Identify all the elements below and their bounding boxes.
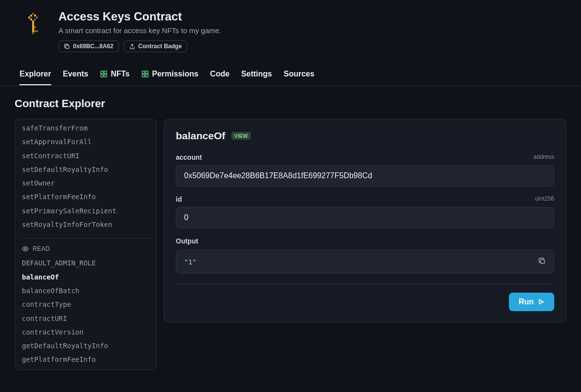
- sidebar-item-contractType[interactable]: contractType: [22, 298, 152, 311]
- svg-rect-10: [32, 26, 34, 28]
- svg-rect-3: [28, 17, 30, 19]
- function-header: balanceOf VIEW: [176, 130, 554, 142]
- sidebar-item-safeTransferFrom[interactable]: safeTransferFrom: [22, 121, 152, 135]
- page-title: Contract Explorer: [0, 86, 581, 119]
- header-badges: 0x69BC...8A62 Contract Badge: [58, 40, 221, 52]
- tab-explorer[interactable]: Explorer: [19, 64, 51, 85]
- field-label: account: [176, 153, 202, 161]
- svg-rect-4: [36, 17, 38, 19]
- svg-rect-18: [104, 71, 107, 74]
- svg-rect-15: [32, 32, 34, 34]
- sidebar-item-setDefaultRoyaltyInfo[interactable]: setDefaultRoyaltyInfo: [22, 163, 152, 176]
- tab-label: Permissions: [152, 70, 198, 78]
- tab-label: Events: [63, 70, 88, 78]
- svg-rect-21: [142, 71, 145, 74]
- output-label: Output: [176, 237, 554, 245]
- svg-point-25: [24, 248, 26, 250]
- tab-events[interactable]: Events: [63, 64, 88, 85]
- tab-label: Code: [210, 70, 229, 78]
- svg-rect-6: [34, 19, 36, 20]
- sidebar-item-contractURI[interactable]: contractURI: [22, 312, 152, 325]
- sidebar-item-contractVersion[interactable]: contractVersion: [22, 325, 152, 339]
- svg-rect-20: [104, 75, 107, 77]
- contract-title: Access Keys Contract: [58, 10, 221, 23]
- tab-code[interactable]: Code: [210, 64, 229, 85]
- svg-rect-5: [30, 19, 32, 20]
- function-sidebar[interactable]: safeTransferFromsetApprovalForAllsetCont…: [15, 119, 157, 370]
- tab-label: NFTs: [111, 70, 130, 78]
- svg-rect-7: [32, 20, 34, 22]
- svg-rect-12: [32, 28, 34, 30]
- sidebar-read-section: READ: [22, 245, 152, 256]
- svg-rect-11: [34, 26, 36, 28]
- sidebar-item-DEFAULT_ADMIN_ROLE[interactable]: DEFAULT_ADMIN_ROLE: [22, 256, 152, 270]
- output-value: "1": [184, 258, 196, 266]
- copy-icon: [538, 257, 546, 265]
- grid-icon: [141, 70, 149, 78]
- sidebar-item-balanceOf[interactable]: balanceOf: [22, 270, 152, 284]
- svg-rect-2: [34, 15, 36, 17]
- field-type: address: [533, 153, 554, 161]
- svg-rect-14: [34, 30, 38, 32]
- svg-rect-9: [32, 24, 34, 26]
- sidebar-item-setOwner[interactable]: setOwner: [22, 176, 152, 190]
- svg-rect-19: [101, 75, 103, 77]
- tab-settings[interactable]: Settings: [241, 64, 272, 85]
- tab-label: Settings: [241, 70, 272, 78]
- field-label: id: [176, 195, 182, 203]
- field-type: uint256: [535, 195, 554, 203]
- tab-label: Sources: [283, 70, 314, 78]
- svg-rect-17: [101, 71, 103, 74]
- contract-subtitle: A smart contract for access key NFTs to …: [58, 26, 221, 35]
- share-icon: [129, 43, 135, 50]
- sidebar-item-setApprovalForAll[interactable]: setApprovalForAll: [22, 135, 152, 149]
- view-badge: VIEW: [231, 132, 251, 140]
- sidebar-item-getRoleAdmin[interactable]: getRoleAdmin: [22, 367, 152, 370]
- run-button[interactable]: Run: [509, 293, 554, 311]
- output-box: "1": [176, 250, 554, 274]
- id-input[interactable]: [176, 207, 554, 228]
- svg-rect-1: [30, 15, 32, 17]
- svg-rect-8: [32, 22, 34, 24]
- svg-rect-22: [146, 71, 148, 74]
- tab-label: Explorer: [19, 70, 51, 78]
- run-row: Run: [176, 293, 554, 311]
- sidebar-item-setPlatformFeeInfo[interactable]: setPlatformFeeInfo: [22, 190, 152, 204]
- contract-key-icon: [19, 10, 47, 37]
- badge-label: Contract Badge: [138, 43, 182, 50]
- sidebar-item-setPrimarySaleRecipient[interactable]: setPrimarySaleRecipient: [22, 204, 152, 218]
- sidebar-item-getDefaultRoyaltyInfo[interactable]: getDefaultRoyaltyInfo: [22, 339, 152, 353]
- sidebar-item-setRoyaltyInfoForToken[interactable]: setRoyaltyInfoForToken: [22, 218, 152, 231]
- function-panel: balanceOf VIEW accountaddressiduint256 O…: [164, 119, 566, 322]
- sidebar-divider: [22, 238, 152, 239]
- copy-icon: [64, 43, 70, 50]
- tab-sources[interactable]: Sources: [283, 64, 314, 85]
- address-short: 0x69BC...8A62: [73, 43, 113, 50]
- sidebar-item-balanceOfBatch[interactable]: balanceOfBatch: [22, 284, 152, 298]
- input-field-id: iduint256: [176, 195, 554, 237]
- svg-rect-16: [66, 45, 69, 49]
- function-name: balanceOf: [176, 130, 225, 142]
- tab-nfts[interactable]: NFTs: [100, 64, 130, 85]
- run-label: Run: [519, 298, 534, 306]
- contract-header: Access Keys Contract A smart contract fo…: [0, 0, 581, 52]
- sidebar-item-getPlatformFeeInfo[interactable]: getPlatformFeeInfo: [22, 353, 152, 366]
- svg-rect-26: [541, 260, 544, 263]
- panel-divider: [176, 283, 554, 284]
- contract-badge-button[interactable]: Contract Badge: [124, 40, 187, 52]
- main-tabs: ExplorerEventsNFTsPermissionsCodeSetting…: [0, 64, 581, 86]
- svg-rect-13: [32, 30, 34, 32]
- copy-address-button[interactable]: 0x69BC...8A62: [58, 40, 119, 52]
- svg-rect-24: [146, 75, 148, 77]
- play-icon: [538, 299, 544, 305]
- sidebar-item-setContractURI[interactable]: setContractURI: [22, 149, 152, 163]
- header-text-block: Access Keys Contract A smart contract fo…: [58, 10, 221, 52]
- tab-permissions[interactable]: Permissions: [141, 64, 198, 85]
- eye-icon: [22, 245, 29, 252]
- svg-rect-0: [32, 13, 34, 15]
- copy-output-button[interactable]: [538, 257, 546, 266]
- account-input[interactable]: [176, 165, 554, 187]
- explorer-body: safeTransferFromsetApprovalForAllsetCont…: [0, 119, 581, 370]
- grid-icon: [100, 70, 108, 78]
- input-field-account: accountaddress: [176, 153, 554, 195]
